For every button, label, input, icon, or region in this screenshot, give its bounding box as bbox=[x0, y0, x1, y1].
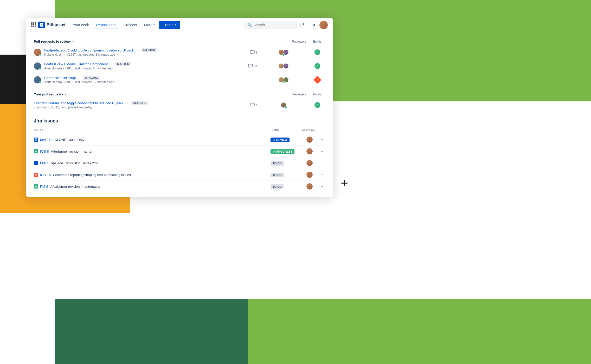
search-input[interactable] bbox=[253, 23, 299, 27]
status-badge-ios15: TO DO bbox=[271, 173, 284, 177]
pr-right-2: 34 ✓ bbox=[248, 63, 325, 69]
col-assignee-label: Assignee bbox=[302, 128, 317, 132]
pr-info-2: Feat/FIL-3571 Media Filmstrip Component … bbox=[44, 62, 245, 70]
issue-key-mb7[interactable]: MB-7 bbox=[40, 161, 48, 165]
issue-assignee-ios15 bbox=[302, 172, 317, 178]
search-box[interactable]: 🔍 / bbox=[245, 21, 297, 29]
settings-button[interactable] bbox=[309, 21, 317, 29]
pr-branch-badge-1: MASTER bbox=[141, 48, 157, 52]
online-status-dot-2 bbox=[39, 68, 41, 70]
pr-title-3[interactable]: Chore: fix build script bbox=[44, 76, 76, 80]
issue-status-ios15: TO DO bbox=[271, 172, 302, 177]
svg-point-6 bbox=[35, 174, 37, 176]
pr-review-title-row[interactable]: Pull requests to review ▾ bbox=[34, 40, 74, 43]
your-build-success-icon: ✓ bbox=[314, 102, 320, 108]
navbar-right: 🔍 / ? bbox=[245, 21, 328, 29]
pr-builds-3: ! bbox=[310, 77, 325, 83]
issue-row-ios15: IOS-15 Customers reporting shoping cart … bbox=[34, 169, 325, 181]
issue-more-mac14[interactable]: ··· bbox=[317, 137, 325, 142]
issue-assignee-ios8 bbox=[302, 148, 317, 154]
nav-your-work[interactable]: Your work bbox=[70, 21, 92, 29]
issue-more-ios15[interactable]: ··· bbox=[317, 172, 325, 177]
pr-reviewers-1: ✓ bbox=[273, 49, 294, 55]
pr-review-row-1: Feat(reduced-ui): add toggle component t… bbox=[34, 46, 325, 59]
pr-right-1: 7 ✓ bbox=[250, 49, 325, 55]
issue-more-pm6[interactable]: ··· bbox=[317, 184, 325, 189]
issue-key-pm6[interactable]: PM-6 bbox=[40, 185, 48, 188]
build-success-icon-2: ✓ bbox=[314, 63, 320, 69]
pr-title-2[interactable]: Feat/FIL-3571 Media Filmstrip Component bbox=[44, 62, 108, 66]
status-badge-ios8: IN PROGRESS bbox=[271, 149, 294, 154]
brand-area: Bitbucket bbox=[31, 22, 66, 28]
your-pr-meta-1: Lisa Fung - #1812, last updated Yesterda… bbox=[34, 106, 247, 109]
nav-projects[interactable]: Projects bbox=[120, 21, 140, 29]
pr-meta-3: Artur Bodera - #1819, last updated 12 mi… bbox=[44, 80, 250, 84]
your-pr-title: Your pull requests bbox=[34, 92, 63, 96]
nav-repositories[interactable]: Repositories bbox=[93, 21, 120, 29]
your-pr-col-builds: Builds bbox=[310, 93, 325, 96]
pr-comment-count-1: 7 bbox=[250, 50, 258, 54]
pr-title-1[interactable]: Feat(reduced-ui): add toggle component t… bbox=[44, 48, 134, 52]
help-button[interactable]: ? bbox=[299, 21, 307, 29]
pr-avatar-artur bbox=[34, 62, 41, 70]
bitbucket-logo[interactable]: Bitbucket bbox=[38, 22, 66, 28]
section-divider bbox=[34, 88, 325, 88]
issue-assignee-mac14 bbox=[302, 136, 317, 143]
issue-type-icon-mac14 bbox=[34, 138, 38, 142]
issue-summary-mac14: CLONE - June Daly bbox=[55, 138, 271, 142]
bitbucket-brand-text: Bitbucket bbox=[47, 23, 66, 27]
create-button[interactable]: Create ▾ bbox=[159, 21, 180, 29]
reviewer-avatar-2b bbox=[283, 63, 289, 69]
col-status-label: Status bbox=[271, 128, 302, 132]
your-pr-chevron-icon: ▾ bbox=[65, 93, 66, 96]
col-reviewers-label: Reviewers bbox=[289, 40, 310, 43]
your-pr-reviewers: ✓ bbox=[273, 102, 294, 108]
issue-key-ios8[interactable]: IOS-8 bbox=[40, 150, 49, 153]
search-icon: 🔍 bbox=[247, 23, 252, 27]
pr-builds-2: ✓ bbox=[310, 63, 325, 69]
col-builds-label: Builds bbox=[310, 40, 325, 43]
your-pr-right-1: 4 ✓ ✓ bbox=[250, 102, 325, 108]
your-pr-title-1[interactable]: Feat(reduced-ui): add toggle component t… bbox=[34, 101, 124, 105]
navbar: Bitbucket Your work Repositories Project… bbox=[26, 18, 333, 32]
issue-type-icon-ios8 bbox=[34, 149, 38, 153]
issue-row-mb7: MB-7 Tips and Tricks Blog Series 2 of 3 … bbox=[34, 157, 325, 169]
issue-row-mac14: MAC-14 CLONE - June Daly IN REVIEW ··· bbox=[34, 134, 325, 146]
col-issues-label: Issues bbox=[34, 128, 271, 132]
issue-key-mac14[interactable]: MAC-14 bbox=[40, 138, 53, 142]
online-status-dot-3 bbox=[39, 81, 41, 83]
your-pr-title-row[interactable]: Your pull requests ▾ bbox=[34, 92, 66, 96]
create-chevron-icon: ▾ bbox=[175, 23, 176, 26]
pr-reviewers-2 bbox=[273, 63, 294, 69]
pr-avatar-artur-2 bbox=[34, 76, 41, 83]
pr-branch-badge-3: STAGING bbox=[83, 76, 100, 80]
issue-key-ios15[interactable]: IOS-15 bbox=[40, 173, 51, 177]
your-pr-col-reviewers: Reviewers bbox=[289, 93, 310, 96]
issue-summary-pm6: Afterburner revision III automation bbox=[50, 185, 271, 188]
user-avatar[interactable] bbox=[319, 21, 328, 29]
issue-assignee-pm6 bbox=[302, 183, 317, 190]
pr-branch-badge-2: MASTER bbox=[115, 62, 131, 66]
reviewer-avatar-1a: ✓ bbox=[278, 49, 284, 55]
your-pr-comment-count: 4 bbox=[250, 103, 258, 107]
status-badge-mb7: TO DO bbox=[271, 161, 284, 166]
issue-status-mb7: TO DO bbox=[271, 161, 302, 166]
nav-more[interactable]: More ▾ bbox=[141, 21, 158, 29]
bg-green-bottom bbox=[55, 299, 250, 364]
issue-more-mb7[interactable]: ··· bbox=[317, 161, 325, 165]
issues-table: Issues Status Assignee MAC-14 CLONE - Ju… bbox=[34, 127, 325, 192]
apps-grid-icon[interactable] bbox=[31, 22, 36, 27]
svg-rect-3 bbox=[250, 103, 254, 106]
pr-review-row-3: Chore: fix build script → STAGING Artur … bbox=[34, 73, 325, 87]
your-reviewer-check-icon: ✓ bbox=[285, 106, 287, 109]
issue-more-ios8[interactable]: ··· bbox=[317, 149, 325, 154]
issue-summary-mb7: Tips and Tricks Blog Series 2 of 3 bbox=[50, 161, 271, 165]
your-pr-info-1: Feat(reduced-ui): add toggle component t… bbox=[34, 101, 247, 109]
pr-info-3: Chore: fix build script → STAGING Artur … bbox=[44, 76, 250, 84]
your-pr-col-headers: Reviewers Builds bbox=[289, 93, 325, 96]
plus-decor-6: + bbox=[341, 177, 348, 189]
issue-type-icon-ios15 bbox=[34, 173, 38, 177]
pr-info-1: Feat(reduced-ui): add toggle component t… bbox=[44, 48, 247, 56]
bg-green-right-bottom bbox=[248, 299, 591, 364]
nav-links: Your work Repositories Projects More ▾ C… bbox=[70, 21, 245, 29]
